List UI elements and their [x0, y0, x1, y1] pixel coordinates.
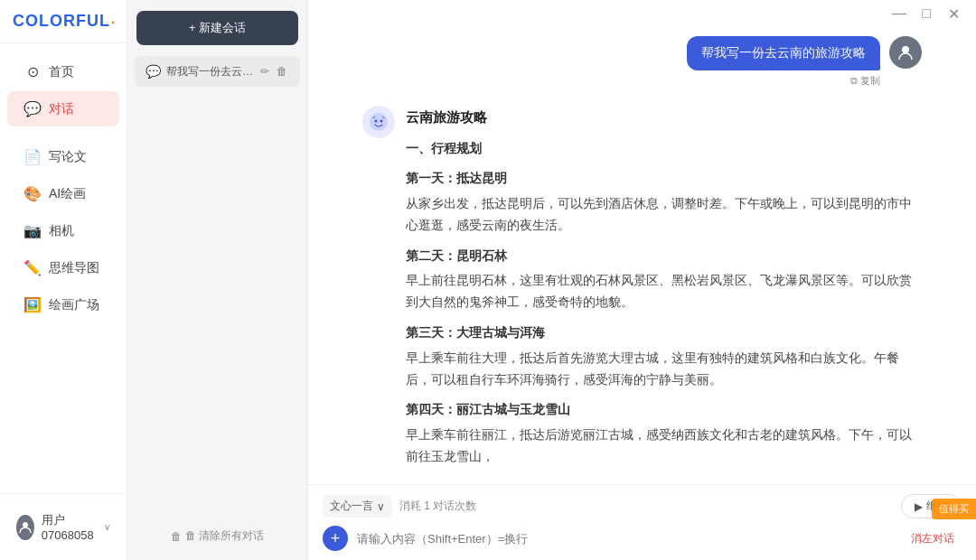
window-controls: — □ ✕ [891, 7, 962, 20]
conversation-icon: 💬 [145, 64, 161, 79]
svg-point-4 [380, 120, 383, 123]
ai-message-content: 云南旅游攻略 一、行程规划 第一天：抵达昆明 从家乡出发，抵达昆明后，可以先到酒… [406, 106, 922, 475]
essay-icon: 📄 [23, 148, 42, 165]
play-icon: ▶ [915, 500, 923, 513]
new-chat-button[interactable]: + 新建会话 [136, 11, 298, 45]
clear-all-label: 🗑 清除所有对话 [185, 528, 264, 544]
token-label: 消耗 1 对话次数 [399, 499, 476, 514]
logo-dot: · [110, 12, 116, 32]
model-chevron-icon: ∨ [377, 500, 385, 513]
svg-point-3 [375, 120, 378, 123]
ai-day3-content: 早上乘车前往大理，抵达后首先游览大理古城，这里有独特的建筑风格和白族文化。午餐后… [406, 348, 922, 391]
ai-message-row: 云南旅游攻略 一、行程规划 第一天：抵达昆明 从家乡出发，抵达昆明后，可以先到酒… [362, 106, 922, 475]
mindmap-icon: ✏️ [23, 259, 42, 276]
trash-icon: 🗑 [171, 530, 182, 543]
restore-button[interactable]: □ [918, 7, 934, 20]
svg-point-1 [902, 46, 909, 53]
end-label: 消左对话 [911, 532, 954, 545]
add-attachment-button[interactable]: + [323, 526, 348, 551]
ai-section1-title: 一、行程规划 [406, 138, 922, 160]
input-row: + 消左对话 [323, 526, 962, 551]
sidebar-bottom: 用户07068058 ∨ [0, 493, 127, 560]
model-select-button[interactable]: 文心一言 ∨ [323, 495, 392, 518]
user-avatar [889, 36, 922, 69]
chat-area: — □ ✕ 帮我写一份去云南的旅游攻略 ⧉ 复制 [308, 0, 976, 560]
conversation-actions: ✏ 🗑 [258, 63, 289, 79]
sidebar-item-home[interactable]: ⊙ 首页 [7, 54, 119, 89]
ai-day4-content: 早上乘车前往丽江，抵达后游览丽江古城，感受纳西族文化和古老的建筑风格。下午，可以… [406, 425, 922, 468]
sidebar-item-camera-label: 相机 [49, 223, 74, 239]
sidebar-item-gallery-label: 绘画广场 [49, 297, 99, 313]
ai-draw-icon: 🎨 [23, 185, 42, 202]
sidebar-item-essay-label: 写论文 [49, 149, 87, 165]
home-icon: ⊙ [23, 63, 42, 80]
end-conversation-button[interactable]: 消左对话 [904, 527, 962, 550]
conversation-item[interactable]: 💬 帮我写一份去云南... ✏ 🗑 [135, 56, 300, 87]
camera-icon: 📷 [23, 222, 42, 239]
model-name: 文心一言 [330, 499, 373, 514]
close-button[interactable]: ✕ [945, 7, 962, 20]
ai-avatar [362, 106, 395, 138]
sidebar-item-ai-draw[interactable]: 🎨 AI绘画 [7, 176, 119, 211]
delete-conversation-button[interactable]: 🗑 [275, 63, 289, 79]
sidebar-item-mindmap[interactable]: ✏️ 思维导图 [7, 250, 119, 285]
sidebar-item-essay[interactable]: 📄 写论文 [7, 139, 119, 174]
chat-toolbar: 文心一言 ∨ 消耗 1 对话次数 ▶ 继续 [323, 494, 962, 518]
sidebar-item-mindmap-label: 思维导图 [49, 260, 99, 276]
sidebar-item-gallery[interactable]: 🖼️ 绘画广场 [7, 287, 119, 322]
sidebar-item-chat-label: 对话 [49, 101, 74, 117]
gallery-icon: 🖼️ [23, 296, 42, 313]
chevron-down-icon: ∨ [104, 522, 110, 532]
sidebar-item-home-label: 首页 [49, 64, 74, 80]
chat-bottom: 文心一言 ∨ 消耗 1 对话次数 ▶ 继续 + 消左对话 [308, 484, 976, 560]
copy-label: 复制 [860, 74, 880, 88]
edit-conversation-button[interactable]: ✏ [258, 63, 271, 79]
ai-response-title: 云南旅游攻略 [406, 106, 922, 129]
ai-day1-title: 第一天：抵达昆明 [406, 168, 922, 190]
svg-point-2 [370, 113, 388, 131]
token-info: 消耗 1 对话次数 [399, 499, 476, 514]
ai-day4-title: 第四天：丽江古城与玉龙雪山 [406, 399, 922, 421]
svg-point-0 [23, 522, 28, 527]
ai-day2-title: 第二天：昆明石林 [406, 246, 922, 267]
user-message-row: 帮我写一份去云南的旅游攻略 ⧉ 复制 [362, 36, 922, 88]
ai-day1-content: 从家乡出发，抵达昆明后，可以先到酒店休息，调整时差。下午或晚上，可以到昆明的市中… [406, 193, 922, 237]
user-name: 用户07068058 [42, 512, 95, 542]
logo-text: COLORFUL [13, 12, 110, 31]
continue-button[interactable]: ▶ 继续 [901, 494, 962, 518]
copy-icon: ⧉ [850, 75, 858, 87]
chat-messages: 帮我写一份去云南的旅游攻略 ⧉ 复制 [308, 0, 976, 484]
ai-day2-content: 早上前往昆明石林，这里有壮观的石林风景区、黑松岩风景区、飞龙瀑风景区等。可以欣赏… [406, 270, 922, 313]
user-profile[interactable]: 用户07068058 ∨ [7, 505, 119, 549]
sidebar: COLORFUL· ⊙ 首页 💬 对话 📄 写论文 🎨 AI绘画 📷 相机 ✏️… [0, 0, 127, 560]
conversation-text: 帮我写一份去云南... [166, 64, 253, 79]
minimize-button[interactable]: — [891, 7, 907, 20]
copy-button[interactable]: ⧉ 复制 [850, 74, 880, 88]
sidebar-item-chat[interactable]: 💬 对话 [7, 91, 119, 126]
sidebar-item-camera[interactable]: 📷 相机 [7, 213, 119, 248]
continue-label: 继续 [926, 499, 948, 514]
clear-all-button[interactable]: 🗑 🗑 清除所有对话 [138, 523, 296, 549]
middle-footer: 🗑 🗑 清除所有对话 [127, 512, 307, 560]
sidebar-item-ai-draw-label: AI绘画 [49, 186, 86, 202]
chat-input[interactable] [357, 532, 895, 546]
user-message-content: 帮我写一份去云南的旅游攻略 ⧉ 复制 [687, 36, 880, 88]
user-bubble: 帮我写一份去云南的旅游攻略 [687, 36, 880, 70]
ai-day3-title: 第三天：大理古城与洱海 [406, 322, 922, 344]
avatar [16, 515, 34, 540]
middle-panel: + 新建会话 💬 帮我写一份去云南... ✏ 🗑 🗑 🗑 清除所有对话 [127, 0, 308, 560]
sidebar-nav: ⊙ 首页 💬 对话 📄 写论文 🎨 AI绘画 📷 相机 ✏️ 思维导图 🖼️ 绘… [0, 43, 127, 493]
chat-icon: 💬 [23, 100, 42, 117]
plus-icon: + [331, 529, 341, 548]
app-logo: COLORFUL· [0, 0, 127, 43]
